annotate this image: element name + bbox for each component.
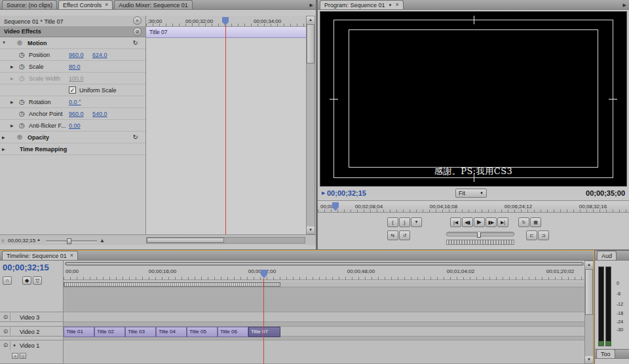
timeline-clip[interactable]: Title 04 — [156, 327, 187, 337]
ec-timecode[interactable]: 00;00;32;15 — [8, 238, 35, 244]
scroll-down-icon[interactable]: ▼ — [585, 356, 593, 363]
video3-track-header[interactable]: ⊙ Video 3 — [0, 312, 63, 322]
scrollbar-thumb[interactable] — [307, 24, 314, 64]
video1-track-header[interactable]: ⊙ ▼ Video 1 ▪ ▽ — [0, 340, 63, 364]
video1-track[interactable] — [64, 340, 585, 364]
panel-menu-icon[interactable]: ▶ — [623, 3, 626, 8]
set-marker-button[interactable]: ▼ — [411, 217, 422, 227]
twirl-closed-icon[interactable]: ▶ — [2, 135, 5, 139]
close-icon[interactable]: × — [70, 253, 73, 259]
set-marker-button[interactable]: ▽ — [33, 276, 42, 285]
uniform-scale-checkbox[interactable]: ✓ — [69, 86, 76, 94]
motion-effect-row[interactable]: ▼ ◎ Motion ↻ — [0, 37, 145, 49]
loop-playback-button[interactable]: ↺ — [399, 230, 410, 240]
shuttle-slider[interactable] — [446, 232, 514, 236]
lift-button[interactable]: ⊏ — [526, 230, 537, 240]
timeline-timebar[interactable]: 00;00 00;00;16;00 00;00;32;00 00;00;48;0… — [64, 261, 585, 280]
close-icon[interactable]: × — [105, 2, 108, 8]
twirl-closed-icon[interactable]: ▶ — [10, 100, 14, 104]
dropdown-arrow-icon[interactable]: ▼ — [389, 3, 392, 7]
timeline-clip[interactable]: Title 05 — [187, 327, 218, 337]
opacity-effect-row[interactable]: ▶ ◎ Opacity ↻ — [0, 132, 145, 143]
reset-effect-icon[interactable]: ↻ — [133, 39, 138, 46]
collapse-icon[interactable]: ▽ — [1, 238, 5, 243]
set-encore-marker-button[interactable]: ◆ — [22, 276, 31, 285]
tab-audio-mixer[interactable]: Audio Mixer: Sequence 01 — [114, 0, 193, 9]
stopwatch-icon[interactable]: ◷ — [19, 110, 25, 117]
time-remapping-row[interactable]: ▶ Time Remapping — [0, 143, 145, 155]
program-current-time[interactable]: 00;00;32;15 — [327, 189, 366, 197]
work-area-segment[interactable] — [64, 282, 280, 287]
toggle-track-output-video2[interactable]: ⊙ — [1, 327, 10, 335]
rotation-value[interactable]: 0.0 ° — [69, 99, 81, 105]
tab-audio-meters[interactable]: Aud — [597, 251, 617, 260]
tab-effect-controls[interactable]: Effect Controls× — [58, 0, 113, 9]
viewing-area-bar[interactable] — [65, 262, 584, 266]
zoom-out-icon[interactable]: ▲ — [37, 238, 41, 242]
ec-clip-bar[interactable]: Title 07 — [146, 27, 306, 38]
timeline-clip[interactable]: Title 01 — [64, 327, 94, 337]
ec-horizontal-scrollbar[interactable] — [146, 237, 305, 244]
extract-button[interactable]: ⊐ — [538, 230, 549, 240]
step-forward-button[interactable]: ▮▶ — [486, 217, 497, 227]
goto-out-button[interactable]: ▶| — [497, 217, 508, 227]
program-timebar[interactable]: 00;00 00;02;08;04 00;04;16;08 00;06;24;1… — [318, 200, 629, 213]
zoom-slider-thumb[interactable] — [67, 238, 71, 244]
stopwatch-icon[interactable]: ◷ — [19, 63, 25, 70]
program-video-preview[interactable]: 感謝。PS:我用CS3 — [320, 11, 627, 187]
step-back-button[interactable]: ◀▮ — [462, 217, 473, 227]
tab-program[interactable]: Program: Sequence 01 ▼ × — [320, 0, 404, 9]
timeline-clip[interactable]: Title 02 — [94, 327, 125, 337]
set-display-style-button[interactable]: ▪ — [12, 353, 18, 359]
anchor-x-value[interactable]: 960.0 — [69, 111, 84, 117]
set-in-button[interactable]: { — [387, 217, 398, 227]
shuttle-thumb[interactable] — [477, 231, 481, 238]
twirl-open-icon[interactable]: ▼ — [12, 344, 16, 348]
stopwatch-icon[interactable]: ◷ — [19, 98, 25, 105]
scroll-up-icon[interactable]: ▲ — [307, 16, 314, 24]
tab-tools[interactable]: Too — [596, 349, 615, 358]
panel-menu-icon[interactable]: ▶ — [310, 3, 313, 8]
video2-track[interactable]: Title 01 Title 02 Title 03 Title 04 Titl… — [64, 326, 585, 337]
reset-effect-icon[interactable]: ↻ — [133, 134, 138, 141]
toggle-track-output-video3[interactable]: ⊙ — [1, 313, 10, 321]
zoom-in-icon[interactable]: ▲ — [100, 238, 105, 244]
toggle-track-output-video1[interactable]: ⊙ — [1, 341, 10, 350]
loop-button[interactable]: ↻ — [518, 217, 529, 227]
show-hide-timeline-view-icon[interactable]: » — [133, 16, 142, 25]
zoom-slider[interactable] — [46, 240, 97, 242]
video3-track[interactable] — [64, 312, 585, 322]
set-out-button[interactable]: } — [399, 217, 410, 227]
timeline-clip[interactable]: Title 06 — [218, 327, 248, 337]
timeline-timecode[interactable]: 00;00;32;15 — [3, 263, 49, 272]
anti-flicker-value[interactable]: 0.00 — [69, 122, 81, 129]
scroll-up-icon[interactable]: ▲ — [585, 261, 593, 268]
snap-button[interactable]: ∩ — [3, 276, 12, 285]
tab-source[interactable]: Source: (no clips) — [2, 0, 57, 9]
work-area-bar[interactable] — [64, 282, 585, 287]
play-in-out-button[interactable]: ⇆ — [387, 230, 398, 240]
twirl-closed-icon[interactable]: ▶ — [10, 64, 14, 69]
position-x-value[interactable]: 960.0 — [69, 52, 84, 58]
goto-in-button[interactable]: |◀ — [450, 217, 461, 227]
show-keyframes-button[interactable]: ▽ — [20, 353, 26, 359]
ec-vertical-scrollbar[interactable]: ▲ ▼ — [306, 16, 315, 234]
timeline-clip-selected[interactable]: Title 07 — [248, 327, 280, 337]
fit-dropdown[interactable]: Fit ▼ — [455, 189, 487, 198]
position-y-value[interactable]: 624.0 — [92, 52, 107, 58]
safe-margins-button[interactable]: ▦ — [530, 217, 541, 227]
close-icon[interactable]: × — [396, 2, 399, 8]
timeline-vertical-scrollbar[interactable]: ▲ ▼ — [584, 261, 594, 364]
viewing-area-thumb[interactable] — [66, 263, 583, 265]
jog-disk[interactable] — [446, 240, 514, 245]
twirl-open-icon[interactable]: ▼ — [2, 41, 6, 45]
scroll-down-icon[interactable]: ▼ — [307, 227, 314, 234]
video2-track-header[interactable]: ⊙ Video 2 — [0, 326, 63, 337]
timeline-clip[interactable]: Title 03 — [125, 327, 156, 337]
anchor-y-value[interactable]: 540.0 — [92, 111, 107, 117]
play-button[interactable]: ▶ — [474, 217, 485, 227]
stopwatch-icon[interactable]: ◷ — [19, 51, 25, 58]
scrollbar-thumb[interactable] — [147, 238, 224, 243]
twirl-closed-icon[interactable]: ▶ — [2, 147, 5, 151]
effects-toggle-icon[interactable]: ⊘ — [133, 27, 142, 36]
